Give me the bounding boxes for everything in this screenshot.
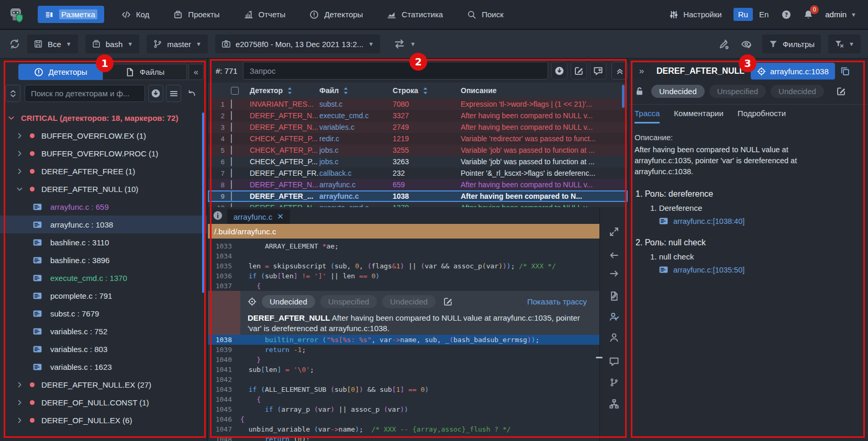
code-line[interactable]: 1039 return -1; [208, 345, 599, 355]
chevron-right-icon[interactable] [16, 150, 24, 157]
reset-button[interactable] [184, 85, 199, 102]
download-button[interactable] [148, 85, 163, 102]
left-tab-1[interactable]: Файлы [103, 64, 187, 80]
info-icon[interactable] [213, 210, 223, 221]
code-line[interactable]: 1043 if (ALL_ELEMENT_SUB (sub[0]) && sub… [208, 385, 599, 394]
tree-marker-item[interactable]: variables.c : 803 [0, 340, 207, 358]
lock-open-icon[interactable] [635, 86, 644, 96]
settings-button[interactable]: Настройки [669, 10, 722, 19]
target-icon[interactable] [248, 297, 257, 306]
row-checkbox[interactable] [231, 111, 232, 120]
collapse-table-button[interactable] [611, 62, 628, 80]
comment-icon[interactable] [609, 356, 619, 367]
table-row[interactable]: 8DEREF_AFTER_N...arrayfunc.c659After hav… [208, 179, 628, 190]
row-checkbox[interactable] [231, 145, 232, 155]
tree-detector-item[interactable]: DEREF_AFTER_NULL.EX (27) [0, 376, 207, 393]
code-line[interactable]: 1046{ [208, 414, 599, 424]
details-status-pill-0[interactable]: Undecided [651, 85, 705, 98]
marker-location-button[interactable]: arrayfunc.c:1038 [751, 63, 835, 80]
code-line[interactable]: 1033 ARRAY_ELEMENT *ae; [208, 241, 599, 251]
collapse-left-panel-button[interactable]: « [188, 64, 204, 80]
table-row[interactable]: 4CHECK_AFTER_P...redir.c1219Variable 're… [208, 133, 628, 144]
expand-collapse-all-button[interactable] [5, 85, 20, 102]
details-status-pill-2[interactable]: Undecided [771, 85, 824, 98]
tree-marker-item[interactable]: bashline.c : 3110 [0, 233, 207, 251]
table-scrollbar[interactable] [622, 85, 625, 108]
code-line[interactable]: 1044 { [208, 394, 599, 404]
inline-status-pill-1[interactable]: Unspecified [320, 295, 377, 308]
scope-select[interactable]: Все ▼ [27, 35, 78, 53]
user-check-icon[interactable] [609, 312, 619, 322]
row-checkbox[interactable] [231, 180, 232, 189]
app-logo-icon[interactable] [6, 5, 25, 24]
inline-status-pill-0[interactable]: Undecided [262, 295, 315, 308]
chevron-down-icon[interactable] [7, 114, 15, 122]
code-line[interactable]: 1040 } [208, 355, 599, 365]
edit-status-icon[interactable] [836, 86, 846, 96]
tree-marker-item[interactable]: pcomplete.c : 791 [0, 287, 207, 304]
compare-snapshots-button[interactable]: ▼ [387, 35, 422, 53]
nav-item-2[interactable]: Проекты [166, 6, 226, 23]
copy-link-icon[interactable] [840, 66, 850, 76]
refresh-button[interactable] [9, 39, 20, 49]
column-header-3[interactable]: Описание [461, 86, 628, 95]
row-checkbox[interactable] [231, 99, 232, 109]
search-input[interactable] [25, 85, 145, 102]
expand-panel-button[interactable]: » [633, 63, 650, 80]
code-line[interactable]: 1035 len = skipsubscript (sub, 0, (flags… [208, 261, 599, 271]
tree-group-item[interactable]: CRITICAL (детекторов: 18, маркеров: 72) [0, 109, 207, 127]
arrow-right-icon[interactable] [609, 268, 619, 279]
code-line[interactable]: 1041 sub[len] = '\0'; [208, 365, 599, 375]
hierarchy-icon[interactable] [609, 399, 619, 409]
details-tab-0[interactable]: Трасса [635, 109, 660, 123]
nav-item-3[interactable]: Отчеты [237, 6, 293, 23]
code-line[interactable]: 1036 if (sub[len] != ']' || len == 0) [208, 271, 599, 281]
table-row[interactable]: 2DEREF_AFTER_N...execute_cmd.c3327After … [208, 110, 628, 121]
code-line[interactable]: 1047 unbind_variable (var->name); /* XXX… [208, 424, 599, 434]
tree-marker-item[interactable]: subst.c : 7679 [0, 304, 207, 322]
viewed-eye-icon[interactable] [739, 37, 754, 52]
tree-marker-item[interactable]: arrayfunc.c : 659 [0, 198, 207, 216]
help-icon[interactable]: ? [781, 9, 792, 20]
row-checkbox[interactable] [231, 122, 232, 132]
column-header-0[interactable]: Детектор [250, 86, 319, 95]
row-checkbox[interactable] [231, 134, 232, 143]
code-line[interactable]: 1048 return (0); [208, 434, 599, 441]
details-status-pill-1[interactable]: Unspecified [709, 85, 766, 98]
table-row[interactable]: 1INVARIANT_RES...subst.c7080Expression '… [208, 98, 628, 110]
tree-marker-item[interactable]: arrayfunc.c : 1038 [0, 216, 207, 233]
resize-handle[interactable] [596, 357, 603, 358]
chevron-right-icon[interactable] [16, 416, 24, 424]
sort-icon[interactable] [342, 87, 349, 95]
nav-item-6[interactable]: Поиск [460, 6, 510, 23]
tree-scrollbar[interactable] [202, 112, 204, 293]
project-select[interactable]: bash ▼ [85, 35, 139, 53]
clear-filters-button[interactable]: ▼ [828, 35, 861, 53]
tree-marker-item[interactable]: variables.c : 752 [0, 322, 207, 340]
table-row[interactable]: 9DEREF_AFTER_...arrayfunc.c1038After hav… [208, 190, 628, 202]
column-header-2[interactable]: Строка [393, 86, 461, 95]
table-row[interactable]: 7DEREF_AFTER_FR...callback.c232Pointer '… [208, 167, 628, 179]
chevron-right-icon[interactable] [16, 132, 24, 140]
sort-icon[interactable] [422, 87, 429, 95]
code-line[interactable]: 1038 builtin_error ("%s[%s: %s", var->na… [208, 335, 599, 345]
branch-icon[interactable] [609, 378, 619, 387]
add-comment-button[interactable] [590, 62, 606, 80]
chevron-down-icon[interactable] [16, 185, 24, 193]
notifications-button[interactable]: 0 [803, 9, 814, 20]
close-icon[interactable]: ✕ [277, 212, 284, 221]
row-checkbox[interactable] [231, 168, 232, 178]
code-line[interactable]: 1042 [208, 375, 599, 385]
nav-item-4[interactable]: Детекторы [303, 6, 370, 23]
left-tab-0[interactable]: Детекторы [18, 64, 103, 80]
file-tab[interactable]: arrayfunc.c ✕ [227, 209, 290, 224]
details-tab-2[interactable]: Подробности [738, 109, 786, 123]
column-header-1[interactable]: Файл [319, 86, 393, 95]
arrow-left-icon[interactable] [609, 250, 619, 261]
row-checkbox[interactable] [231, 157, 232, 166]
chevron-right-icon[interactable] [16, 381, 24, 389]
details-tab-1[interactable]: Комментарии [674, 109, 723, 123]
nav-item-1[interactable]: Код [115, 6, 157, 23]
filters-button[interactable]: Фильтры [762, 35, 821, 53]
review-pen-icon[interactable] [716, 37, 731, 52]
